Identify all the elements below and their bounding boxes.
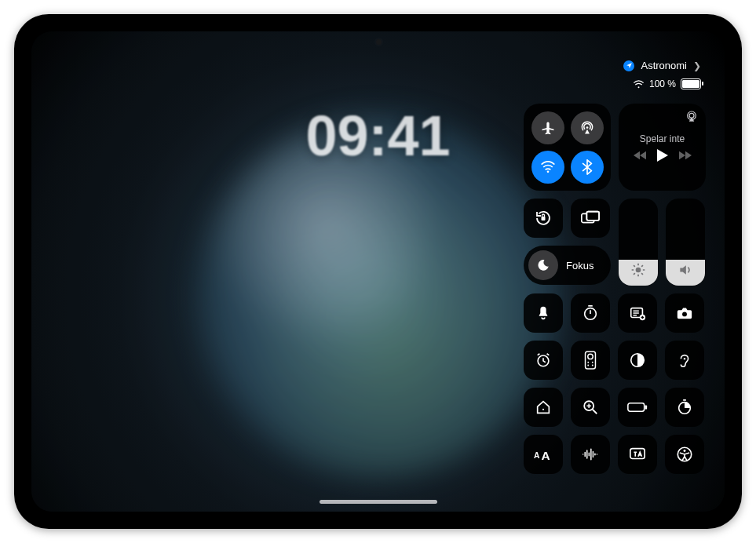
svg-rect-7	[586, 212, 599, 220]
svg-point-19	[587, 365, 589, 366]
svg-point-18	[592, 362, 593, 363]
low-power-button[interactable]	[618, 388, 657, 427]
svg-rect-5	[542, 217, 546, 220]
moon-icon	[528, 250, 558, 280]
svg-rect-25	[628, 403, 645, 411]
screen-mirroring-button[interactable]	[571, 199, 610, 238]
voice-memos-button[interactable]	[571, 435, 610, 474]
dark-mode-button[interactable]	[618, 341, 657, 380]
svg-point-0	[637, 86, 639, 88]
wifi-toggle[interactable]	[531, 151, 564, 184]
magnifier-button[interactable]	[571, 388, 610, 427]
translate-button[interactable]	[618, 435, 657, 474]
orientation-lock-button[interactable]	[524, 199, 563, 238]
prev-track-button[interactable]	[634, 151, 646, 160]
stopwatch-icon	[676, 399, 693, 416]
focus-label: Fokus	[566, 260, 593, 272]
volume-icon	[677, 262, 693, 278]
home-indicator[interactable]	[320, 500, 437, 504]
camera-icon	[676, 304, 693, 322]
stopwatch-button[interactable]	[665, 388, 704, 427]
alarm-icon	[535, 352, 552, 369]
battery-text: 100 %	[649, 78, 676, 89]
voice-memos-icon	[582, 446, 599, 462]
svg-point-10	[585, 308, 597, 320]
camera-button[interactable]	[665, 293, 704, 333]
volume-slider[interactable]	[666, 199, 705, 286]
svg-rect-30	[630, 449, 645, 459]
low-power-icon	[627, 401, 648, 414]
text-size-button[interactable]: AA	[524, 435, 563, 474]
svg-rect-26	[645, 405, 648, 409]
ipad-frame: 09:41 Astronomi ❯ 100 %	[14, 14, 742, 529]
wifi-status-icon	[633, 80, 645, 89]
dark-mode-icon	[629, 352, 646, 369]
svg-point-22	[684, 358, 685, 359]
translate-icon	[629, 446, 646, 463]
svg-point-9	[636, 268, 641, 273]
apple-tv-remote-icon	[583, 351, 598, 370]
home-button[interactable]	[524, 388, 563, 427]
alarm-button[interactable]	[524, 341, 563, 380]
svg-text:A: A	[541, 449, 550, 462]
accessibility-icon	[676, 446, 693, 463]
text-size-icon: AA	[534, 446, 553, 462]
home-icon	[535, 399, 552, 416]
play-button[interactable]	[657, 149, 668, 162]
svg-point-17	[587, 362, 589, 363]
status-focus-label: Astronomi	[641, 60, 687, 71]
silent-mode-button[interactable]	[524, 293, 563, 333]
screen: 09:41 Astronomi ❯ 100 %	[31, 31, 725, 512]
svg-point-13	[682, 312, 687, 316]
quick-note-button[interactable]	[618, 293, 657, 333]
brightness-slider[interactable]	[619, 199, 658, 286]
hearing-icon	[676, 352, 693, 369]
svg-point-20	[592, 365, 593, 366]
brightness-icon	[630, 262, 646, 278]
airdrop-toggle[interactable]	[571, 111, 604, 144]
focus-button[interactable]: Fokus	[524, 246, 611, 285]
timer-button[interactable]	[571, 293, 610, 333]
accessibility-button[interactable]	[665, 435, 704, 474]
status-bar: 100 %	[633, 78, 701, 89]
hearing-button[interactable]	[665, 341, 704, 380]
timer-icon	[582, 304, 599, 322]
airplane-mode-toggle[interactable]	[531, 111, 564, 144]
svg-point-2	[546, 170, 549, 173]
svg-point-32	[684, 450, 686, 452]
now-playing-module[interactable]: Spelar inte	[619, 104, 706, 191]
svg-point-16	[588, 354, 593, 359]
airplay-icon[interactable]	[685, 110, 698, 122]
lock-screen-time: 09:41	[305, 104, 450, 168]
control-center: Spelar inte	[524, 104, 706, 474]
media-transport	[634, 149, 692, 162]
quick-note-icon	[629, 304, 646, 322]
connectivity-module[interactable]	[524, 104, 611, 191]
location-icon	[623, 60, 634, 71]
svg-text:A: A	[534, 451, 540, 460]
battery-icon	[681, 78, 701, 89]
svg-point-1	[586, 126, 588, 129]
svg-point-23	[542, 409, 544, 410]
next-track-button[interactable]	[679, 151, 692, 160]
silent-mode-icon	[535, 304, 552, 322]
status-focus-row[interactable]: Astronomi ❯	[623, 60, 701, 71]
bluetooth-toggle[interactable]	[571, 151, 604, 184]
magnifier-icon	[582, 399, 599, 416]
chevron-right-icon: ❯	[693, 60, 701, 71]
apple-tv-remote-button[interactable]	[571, 341, 610, 380]
media-status-label: Spelar inte	[640, 133, 685, 144]
